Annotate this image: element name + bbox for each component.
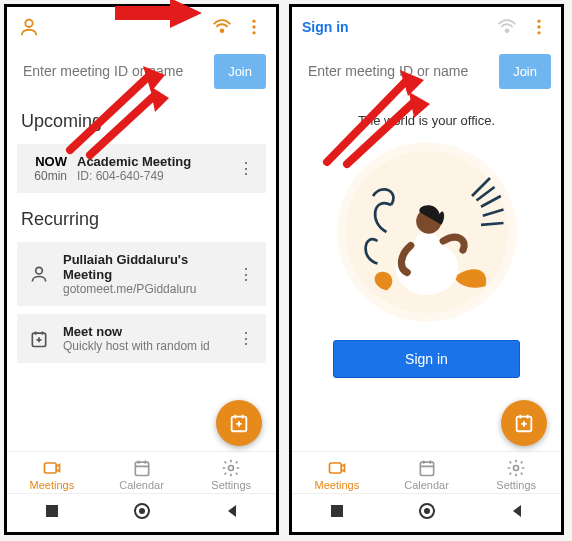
recurring-info: Pullaiah Giddaluru's Meeting gotomeet.me…: [63, 252, 224, 296]
cast-icon[interactable]: [210, 15, 234, 39]
recurring-card[interactable]: Meet now Quickly host with random id ⋮: [17, 314, 266, 363]
svg-point-24: [514, 466, 519, 471]
svg-rect-23: [420, 462, 433, 475]
svg-rect-11: [46, 505, 58, 517]
upcoming-heading: Upcoming: [7, 99, 276, 140]
svg-point-4: [252, 31, 255, 34]
svg-point-1: [221, 29, 224, 32]
card-menu-icon[interactable]: ⋮: [234, 329, 258, 348]
search-row: Join: [7, 47, 276, 99]
svg-point-13: [139, 508, 145, 514]
home-button[interactable]: [133, 502, 151, 524]
duration-label: 60min: [34, 169, 67, 183]
overflow-menu-icon[interactable]: [527, 15, 551, 39]
recent-apps-button[interactable]: [329, 503, 345, 523]
phone-left: Join Upcoming NOW 60min Academic Meeting…: [4, 4, 279, 535]
overflow-menu-icon[interactable]: [242, 15, 266, 39]
tabbar: Meetings Calendar Settings: [7, 451, 276, 493]
phone-right: Sign in Join The world is your office.: [289, 4, 564, 535]
tab-settings[interactable]: Settings: [186, 458, 276, 491]
recurring-heading: Recurring: [7, 197, 276, 238]
recurring-info: Meet now Quickly host with random id: [63, 324, 224, 353]
tab-label: Meetings: [315, 479, 360, 491]
home-button[interactable]: [418, 502, 436, 524]
tab-calendar[interactable]: Calendar: [382, 458, 472, 491]
svg-point-27: [424, 508, 430, 514]
svg-rect-9: [135, 462, 148, 475]
meeting-id-input[interactable]: [17, 53, 208, 89]
settings-icon: [221, 458, 241, 478]
tab-calendar[interactable]: Calendar: [97, 458, 187, 491]
empty-state: The world is your office.: [292, 99, 561, 451]
recurring-title: Meet now: [63, 324, 224, 339]
tab-label: Calendar: [119, 479, 164, 491]
tab-meetings[interactable]: Meetings: [292, 458, 382, 491]
upcoming-meeting-card[interactable]: NOW 60min Academic Meeting ID: 604-640-7…: [17, 144, 266, 193]
profile-icon[interactable]: [17, 15, 41, 39]
meeting-id-input[interactable]: [302, 53, 493, 89]
card-menu-icon[interactable]: ⋮: [234, 159, 258, 178]
illustration: [337, 142, 517, 322]
recurring-sub: Quickly host with random id: [63, 339, 224, 353]
svg-point-2: [252, 20, 255, 23]
recurring-title: Pullaiah Giddaluru's Meeting: [63, 252, 224, 282]
tab-settings[interactable]: Settings: [471, 458, 561, 491]
card-menu-icon[interactable]: ⋮: [234, 265, 258, 284]
meeting-title: Academic Meeting: [77, 154, 224, 169]
tagline: The world is your office.: [358, 113, 495, 128]
svg-rect-8: [44, 463, 56, 473]
new-meeting-fab[interactable]: [501, 400, 547, 446]
meeting-time-block: NOW 60min: [25, 154, 67, 183]
meeting-info: Academic Meeting ID: 604-640-749: [77, 154, 224, 183]
instant-meet-icon: [25, 329, 53, 349]
calendar-icon: [417, 458, 437, 478]
svg-point-10: [229, 466, 234, 471]
svg-point-14: [506, 29, 509, 32]
settings-icon: [506, 458, 526, 478]
signin-button[interactable]: Sign in: [333, 340, 521, 378]
svg-point-0: [25, 20, 32, 27]
svg-point-5: [36, 267, 43, 274]
tab-label: Settings: [496, 479, 536, 491]
recent-apps-button[interactable]: [44, 503, 60, 523]
meeting-id-label: ID: 604-640-749: [77, 169, 224, 183]
new-meeting-fab[interactable]: [216, 400, 262, 446]
back-button[interactable]: [509, 503, 525, 523]
tab-meetings[interactable]: Meetings: [7, 458, 97, 491]
svg-point-15: [537, 20, 540, 23]
tab-label: Meetings: [30, 479, 75, 491]
join-button[interactable]: Join: [214, 54, 266, 89]
android-navbar: [7, 493, 276, 532]
svg-point-16: [537, 25, 540, 28]
tab-label: Settings: [211, 479, 251, 491]
android-navbar: [292, 493, 561, 532]
search-row: Join: [292, 47, 561, 99]
back-button[interactable]: [224, 503, 240, 523]
join-button[interactable]: Join: [499, 54, 551, 89]
svg-point-3: [252, 25, 255, 28]
meetings-icon: [327, 458, 347, 478]
svg-rect-22: [329, 463, 341, 473]
recurring-sub: gotomeet.me/PGiddaluru: [63, 282, 224, 296]
person-icon: [25, 264, 53, 284]
svg-point-17: [537, 31, 540, 34]
tab-label: Calendar: [404, 479, 449, 491]
tabbar: Meetings Calendar Settings: [292, 451, 561, 493]
header-left: [7, 7, 276, 47]
svg-rect-25: [331, 505, 343, 517]
recurring-card[interactable]: Pullaiah Giddaluru's Meeting gotomeet.me…: [17, 242, 266, 306]
signin-link[interactable]: Sign in: [302, 19, 349, 35]
meetings-icon: [42, 458, 62, 478]
header-right: Sign in: [292, 7, 561, 47]
now-label: NOW: [35, 154, 67, 169]
cast-icon[interactable]: [495, 15, 519, 39]
calendar-icon: [132, 458, 152, 478]
